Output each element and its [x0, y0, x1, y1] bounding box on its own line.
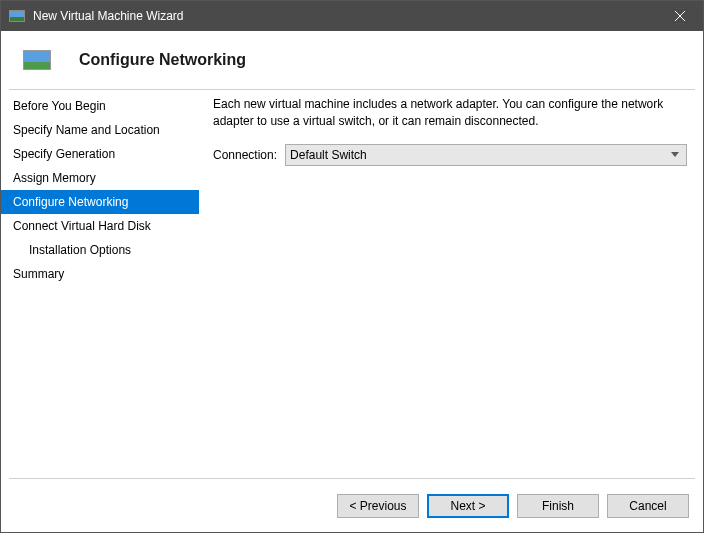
- close-button[interactable]: [658, 1, 703, 31]
- sidebar-item-before-you-begin[interactable]: Before You Begin: [1, 94, 199, 118]
- wizard-window: New Virtual Machine Wizard Configure Net…: [0, 0, 704, 533]
- previous-button[interactable]: < Previous: [337, 494, 419, 518]
- sidebar-item-label: Specify Generation: [13, 147, 115, 161]
- sidebar-item-configure-networking[interactable]: Configure Networking: [1, 190, 199, 214]
- connection-select[interactable]: Default Switch: [285, 144, 687, 166]
- sidebar-item-connect-vhd[interactable]: Connect Virtual Hard Disk: [1, 214, 199, 238]
- description-text: Each new virtual machine includes a netw…: [213, 96, 687, 130]
- close-icon: [675, 11, 686, 22]
- sidebar-item-label: Assign Memory: [13, 171, 96, 185]
- next-button[interactable]: Next >: [427, 494, 509, 518]
- sidebar: Before You Begin Specify Name and Locati…: [1, 90, 199, 478]
- sidebar-item-label: Specify Name and Location: [13, 123, 160, 137]
- sidebar-item-label: Before You Begin: [13, 99, 106, 113]
- sidebar-item-label: Configure Networking: [13, 195, 128, 209]
- sidebar-item-specify-generation[interactable]: Specify Generation: [1, 142, 199, 166]
- sidebar-item-assign-memory[interactable]: Assign Memory: [1, 166, 199, 190]
- app-icon: [9, 10, 25, 22]
- sidebar-item-label: Connect Virtual Hard Disk: [13, 219, 151, 233]
- footer: < Previous Next > Finish Cancel: [9, 478, 695, 532]
- connection-row: Connection: Default Switch: [213, 144, 687, 166]
- page-title: Configure Networking: [79, 51, 246, 69]
- wizard-icon: [23, 50, 51, 70]
- sidebar-item-installation-options[interactable]: Installation Options: [1, 238, 199, 262]
- wizard-body: Before You Begin Specify Name and Locati…: [1, 90, 703, 478]
- sidebar-item-label: Installation Options: [29, 243, 131, 257]
- finish-button[interactable]: Finish: [517, 494, 599, 518]
- connection-select-wrap: Default Switch: [285, 144, 687, 166]
- window-title: New Virtual Machine Wizard: [33, 9, 658, 23]
- content-pane: Each new virtual machine includes a netw…: [199, 90, 703, 478]
- titlebar: New Virtual Machine Wizard: [1, 1, 703, 31]
- sidebar-item-specify-name[interactable]: Specify Name and Location: [1, 118, 199, 142]
- sidebar-item-label: Summary: [13, 267, 64, 281]
- connection-label: Connection:: [213, 148, 277, 162]
- wizard-header: Configure Networking: [1, 31, 703, 89]
- cancel-button[interactable]: Cancel: [607, 494, 689, 518]
- sidebar-item-summary[interactable]: Summary: [1, 262, 199, 286]
